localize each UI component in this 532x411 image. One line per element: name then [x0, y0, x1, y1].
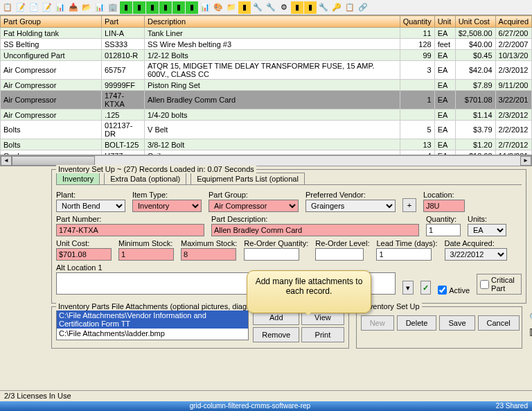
cell[interactable]: 11/2/201 — [495, 150, 531, 156]
cell[interactable]: $7.89 — [455, 80, 495, 91]
cell[interactable]: $0.45 — [455, 50, 495, 61]
cell[interactable]: SS Wire Mesh belting #3 — [145, 39, 400, 50]
cell[interactable]: 012137-DR — [102, 121, 145, 139]
cell[interactable]: SS333 — [102, 39, 145, 50]
plant-select[interactable]: North Bend — [56, 200, 125, 212]
col-partgroup[interactable]: Part Group — [1, 16, 102, 28]
table-row[interactable]: Air Compressor65757ATQR 15, MIDGET TIME … — [1, 61, 532, 80]
cell[interactable]: 3/8-12 Bolt — [145, 139, 400, 150]
cell[interactable]: 5 — [400, 121, 434, 139]
altloc-dropdown-button[interactable]: ▾ — [402, 281, 414, 295]
cell[interactable]: 3/22/201 — [495, 91, 531, 110]
cell[interactable]: 65757 — [102, 61, 145, 80]
table-row[interactable]: CoolerH777Coil4EA$10.6211/2/201 — [1, 150, 532, 156]
toolbar-btn-12[interactable]: ▮ — [159, 1, 172, 14]
toolbar-btn-15[interactable]: 📊 — [199, 1, 211, 14]
scroll-left-arrow[interactable]: ◄ — [1, 156, 12, 166]
tab-inventory[interactable]: Inventory — [56, 173, 100, 184]
search-icon[interactable]: 🔍 — [529, 312, 532, 323]
table-row[interactable]: Air Compressor99999FFPiston Ring SetEA$7… — [1, 80, 532, 91]
reorderlvl-input[interactable] — [315, 248, 364, 261]
tab-extra-data[interactable]: Extra Data (optional) — [104, 173, 186, 184]
toolbar-btn-16[interactable]: 🎨 — [212, 1, 224, 14]
cell[interactable]: 1 — [400, 91, 434, 110]
cell[interactable]: 1747-KTXA — [102, 91, 145, 110]
cell[interactable]: EA — [434, 80, 455, 91]
cell[interactable]: SS Belting — [1, 39, 102, 50]
cell[interactable]: Air Compressor — [1, 61, 102, 80]
toolbar-btn-1[interactable]: 📝 — [15, 1, 27, 14]
cell[interactable]: LIN-A — [102, 28, 145, 39]
cell[interactable]: Bolts — [1, 139, 102, 150]
table-row[interactable]: Fat Holding tankLIN-ATank Liner11EA$2,50… — [1, 28, 532, 39]
cell[interactable]: Bolts — [1, 121, 102, 139]
cell[interactable]: $2,508.00 — [455, 28, 495, 39]
critical-checkbox-label[interactable]: Critical Part — [477, 274, 522, 295]
cancel-button[interactable]: Cancel — [478, 315, 520, 331]
attachment-item-1[interactable]: C:\File Attachments\ladder.bmp — [57, 329, 248, 338]
cell[interactable]: 2/3/2012 — [495, 110, 531, 121]
attachment-item-0[interactable]: C:\File Attachments\Vendor Information a… — [57, 311, 248, 329]
delete-button[interactable]: Delete — [397, 315, 437, 331]
partdesc-input[interactable] — [211, 224, 419, 236]
col-unitcost[interactable]: Unit Cost — [455, 16, 495, 28]
col-acquired[interactable]: Acquired — [495, 16, 531, 28]
cell[interactable]: $1.20 — [455, 139, 495, 150]
minstock-input[interactable] — [118, 248, 174, 261]
toolbar-btn-24[interactable]: 🔧 — [317, 1, 330, 14]
col-description[interactable]: Description — [145, 16, 400, 28]
cell[interactable]: EA — [434, 61, 455, 80]
cell[interactable]: 9/11/200 — [495, 80, 531, 91]
toolbar-btn-20[interactable]: 🔧 — [265, 1, 277, 14]
toolbar-btn-27[interactable]: 🔗 — [357, 1, 369, 14]
table-row[interactable]: SS BeltingSS333SS Wire Mesh belting #312… — [1, 39, 532, 50]
toolbar-btn-17[interactable]: 📁 — [225, 1, 238, 14]
cell[interactable]: $40.00 — [455, 39, 495, 50]
cell[interactable]: 2/2/2012 — [495, 121, 531, 139]
units-select[interactable]: EA — [468, 224, 506, 236]
unitcost-input[interactable] — [56, 248, 112, 261]
cell[interactable]: 2/3/2012 — [495, 61, 531, 80]
cell[interactable]: Cooler — [1, 150, 102, 156]
dateacq-select[interactable]: 3/22/2012 — [445, 248, 507, 261]
toolbar-btn-21[interactable]: ⚙ — [278, 1, 290, 14]
cell[interactable]: EA — [434, 50, 455, 61]
cell[interactable]: Allen Bradley Comm Card — [145, 91, 400, 110]
toolbar-btn-3[interactable]: 📝 — [41, 1, 53, 14]
table-row[interactable]: Unconfigured Part012810-R1/2-12 Bolts99E… — [1, 50, 532, 61]
cell[interactable]: Air Compressor — [1, 80, 102, 91]
toolbar-btn-23[interactable]: ▮ — [304, 1, 317, 14]
table-row[interactable]: Bolts012137-DRV Belt5EA$3.792/2/2012 — [1, 121, 532, 139]
cell[interactable]: $1.14 — [455, 110, 495, 121]
toolbar-btn-0[interactable]: 📋 — [1, 1, 14, 14]
cell[interactable] — [400, 110, 434, 121]
cell[interactable]: 1/2-12 Bolts — [145, 50, 400, 61]
cell[interactable]: $42.04 — [455, 61, 495, 80]
cell[interactable]: 4 — [400, 150, 434, 156]
maxstock-input[interactable] — [181, 248, 236, 261]
cell[interactable]: 6/27/200 — [495, 28, 531, 39]
toolbar-btn-4[interactable]: 📊 — [54, 1, 66, 14]
toolbar-btn-13[interactable]: ▮ — [172, 1, 185, 14]
cell[interactable]: Tank Liner — [145, 28, 400, 39]
barcode-icon[interactable]: ▥ — [529, 326, 532, 337]
cell[interactable]: EA — [434, 28, 455, 39]
cell[interactable]: $701.08 — [455, 91, 495, 110]
toolbar-btn-14[interactable]: ▮ — [186, 1, 198, 14]
scroll-right-arrow[interactable]: ► — [520, 156, 531, 166]
col-part[interactable]: Part — [102, 16, 145, 28]
toolbar-btn-11[interactable]: ▮ — [146, 1, 159, 14]
add-vendor-button[interactable]: + — [402, 198, 416, 212]
leadtime-input[interactable] — [376, 248, 432, 261]
toolbar-btn-25[interactable]: 🔑 — [330, 1, 343, 14]
cell[interactable] — [400, 80, 434, 91]
cell[interactable]: 2/7/2012 — [495, 139, 531, 150]
cell[interactable]: 2/2/2007 — [495, 39, 531, 50]
attachments-list[interactable]: C:\File Attachments\Vendor Information a… — [56, 310, 249, 340]
cell[interactable]: Coil — [145, 150, 400, 156]
save-button[interactable]: Save — [439, 315, 475, 331]
cell[interactable]: Unconfigured Part — [1, 50, 102, 61]
toolbar-btn-19[interactable]: 🔧 — [251, 1, 264, 14]
cell[interactable]: Piston Ring Set — [145, 80, 400, 91]
cell[interactable]: .125 — [102, 110, 145, 121]
